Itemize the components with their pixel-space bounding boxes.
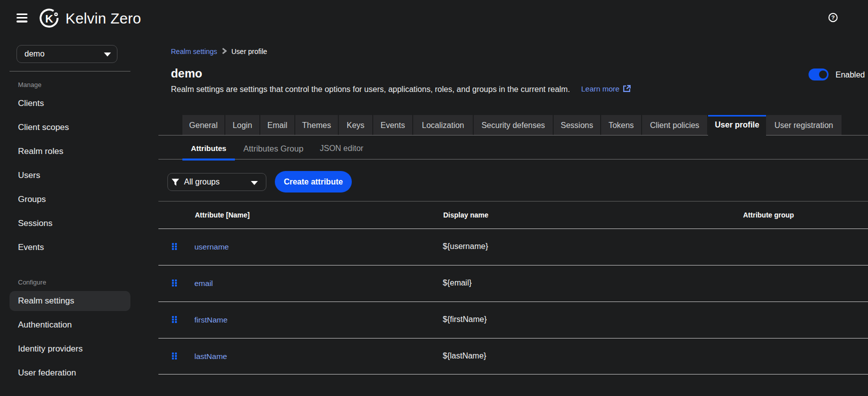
svg-text:K: K — [45, 12, 53, 25]
svg-text:?: ? — [831, 14, 835, 20]
